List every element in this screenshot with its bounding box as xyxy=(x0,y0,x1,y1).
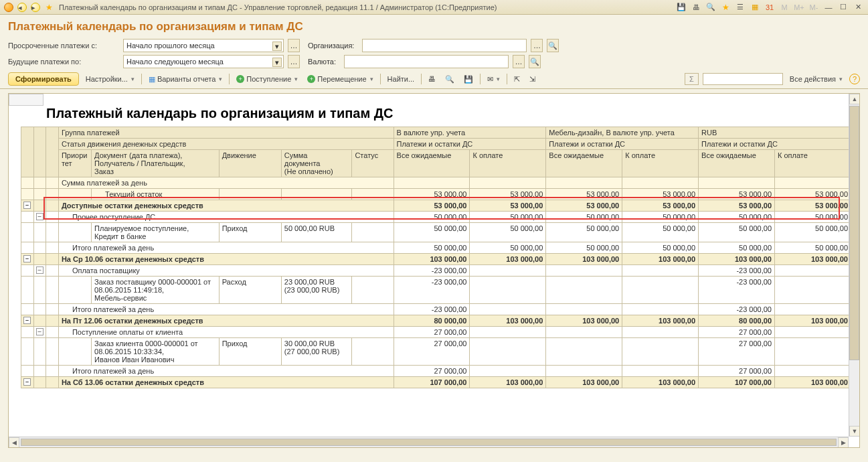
org-label: Организация: xyxy=(308,42,354,50)
window-titlebar: ◂ ▸ ★ Платежный календарь по организация… xyxy=(0,0,868,15)
row-wed: – На Ср 10.06 остатки денежных средств 1… xyxy=(21,254,851,265)
collapse-button[interactable]: ⇱ xyxy=(511,74,523,85)
row-planned-inc: Планируемое поступление, Кредит в банке … xyxy=(21,223,851,242)
calendar-icon[interactable]: 31 xyxy=(764,1,776,13)
hdr-topay3: К оплате xyxy=(775,150,851,177)
tree-toggle[interactable]: – xyxy=(36,213,44,220)
tree-toggle[interactable]: – xyxy=(23,378,31,386)
page-title: Платежный календарь по организациям и ти… xyxy=(0,15,868,37)
hdr-movement: Движение xyxy=(219,150,281,177)
filter-row-future: Будущие платежи по: Начало следующего ме… xyxy=(0,54,868,70)
row-day-total-3: Итого платежей за день 27 000,00 27 000,… xyxy=(21,366,851,377)
tree-toggle[interactable]: – xyxy=(36,266,44,274)
hdr-exp1: Все ожидаемые xyxy=(394,150,470,177)
hdr-prio: Приори тет xyxy=(58,150,91,177)
row-order-supplier: Заказ поставщику 0000-000001 от 08.06.20… xyxy=(21,277,851,304)
help-icon[interactable]: ? xyxy=(849,74,860,84)
preview-icon[interactable]: 🔍 xyxy=(705,1,717,13)
org-more-button[interactable]: … xyxy=(531,39,543,52)
report-area: Платежный календарь по организациям и ти… xyxy=(8,93,860,448)
mail-button[interactable]: ✉ xyxy=(485,74,503,85)
row-pay-supplier: – Оплата поставщику -23 000,00 -23 000,0… xyxy=(21,265,851,277)
logo-icon xyxy=(3,1,15,13)
vertical-scrollbar[interactable]: ▲ ▼ xyxy=(849,94,859,437)
scroll-right-icon[interactable]: ▶ xyxy=(838,437,849,448)
toolbar: Сформировать Настройки... ▦Варианты отче… xyxy=(0,70,868,89)
transfer-button[interactable]: +Перемещение xyxy=(305,74,375,84)
row-order-client: Заказ клиента 0000-000001 от 08.06.2015 … xyxy=(21,338,851,366)
filter-row-overdue: Просроченные платежи с: Начало прошлого … xyxy=(0,37,868,54)
scroll-thumb-v[interactable] xyxy=(849,106,859,360)
hdr-sum: Сумма документа (Не оплачено) xyxy=(281,150,352,177)
scroll-down-icon[interactable]: ▼ xyxy=(849,426,860,437)
hdr-status: Статус xyxy=(352,150,394,177)
form-button[interactable]: Сформировать xyxy=(8,72,79,86)
minimize-icon[interactable]: — xyxy=(822,1,835,13)
star-icon[interactable]: ★ xyxy=(43,1,55,13)
incoming-button[interactable]: +Поступление xyxy=(234,74,300,84)
chevron-down-icon[interactable]: ▾ xyxy=(272,58,282,67)
window-title: Платежный календарь по организациям и ти… xyxy=(59,3,675,11)
org-input[interactable] xyxy=(362,39,527,52)
back-icon[interactable]: ◂ xyxy=(16,1,28,13)
tree-toggle[interactable]: – xyxy=(23,317,31,324)
variants-button[interactable]: ▦Варианты отчета xyxy=(146,74,225,85)
expand-button[interactable]: ⇲ xyxy=(527,74,538,85)
find-button[interactable]: Найти... xyxy=(385,74,418,84)
tree-toggle[interactable]: – xyxy=(23,202,31,209)
sigma-button[interactable]: Σ xyxy=(685,73,699,85)
save-icon[interactable]: 💾 xyxy=(675,1,687,13)
hdr-doc: Документ (дата платежа), Получатель / Пл… xyxy=(92,150,220,177)
hdr-balances1: Платежи и остатки ДС xyxy=(394,139,546,150)
fav-icon[interactable]: ★ xyxy=(719,1,731,13)
overdue-more-button[interactable]: … xyxy=(288,39,300,52)
save-button[interactable]: 💾 xyxy=(461,74,476,85)
history-icon[interactable]: ☰ xyxy=(734,1,746,13)
tree-toggle[interactable]: – xyxy=(23,255,31,262)
scroll-left-icon[interactable]: ◀ xyxy=(9,437,19,448)
future-label: Будущие платежи по: xyxy=(8,58,120,66)
scroll-up-icon[interactable]: ▲ xyxy=(849,94,860,104)
all-actions-button[interactable]: Все действия xyxy=(787,74,845,84)
scroll-thumb-h[interactable] xyxy=(21,439,837,446)
org-search-button[interactable]: 🔍 xyxy=(547,39,559,52)
mminus-icon[interactable]: M- xyxy=(808,1,820,13)
plus-icon: + xyxy=(307,75,315,83)
row-other-inc: – Прочее поступление ДС 50 000,00 50 000… xyxy=(21,212,851,223)
hdr-topay2: К оплате xyxy=(622,150,699,177)
hdr-group: Группа платежей xyxy=(58,127,394,139)
currency-input[interactable] xyxy=(344,55,509,68)
report-grid: Группа платежей В валюте упр. учета Мебе… xyxy=(21,127,851,388)
m-icon[interactable]: M xyxy=(778,1,790,13)
calc-icon[interactable]: ▦ xyxy=(749,1,761,13)
sigma-field[interactable] xyxy=(703,73,783,85)
maximize-icon[interactable]: ☐ xyxy=(837,1,849,13)
print-icon[interactable]: 🖶 xyxy=(690,1,702,13)
hdr-org: Мебель-дизайн, В валюте упр. учета xyxy=(546,127,699,139)
overdue-label: Просроченные платежи с: xyxy=(8,42,120,50)
hdr-balances3: Платежи и остатки ДС xyxy=(699,139,851,150)
print-button[interactable]: 🖶 xyxy=(426,74,438,84)
currency-search-button[interactable]: 🔍 xyxy=(529,55,541,68)
horizontal-scrollbar[interactable]: ◀ ▶ xyxy=(9,437,849,447)
hdr-exp3: Все ожидаемые xyxy=(699,150,775,177)
hdr-rub: RUB xyxy=(699,127,851,139)
preview-button[interactable]: 🔍 xyxy=(442,74,457,85)
settings-button[interactable]: Настройки... xyxy=(83,74,137,84)
row-client-pay: – Поступление оплаты от клиента 27 000,0… xyxy=(21,327,851,338)
row-day-total-1: Итого платежей за день 50 000,00 50 000,… xyxy=(21,242,851,254)
overdue-select[interactable]: Начало прошлого месяца ▾ xyxy=(123,39,284,52)
future-select[interactable]: Начало следующего месяца ▾ xyxy=(123,55,284,68)
mplus-icon[interactable]: M+ xyxy=(793,1,805,13)
future-more-button[interactable]: … xyxy=(288,55,300,68)
chevron-down-icon[interactable]: ▾ xyxy=(272,42,282,51)
row-day-sum: Сумма платежей за день xyxy=(21,177,851,189)
currency-more-button[interactable]: … xyxy=(513,55,525,68)
close-icon[interactable]: ✕ xyxy=(852,1,864,13)
report-title: Платежный календарь по организациям и ти… xyxy=(9,94,859,127)
hdr-balances2: Платежи и остатки ДС xyxy=(546,139,699,150)
hdr-curr: В валюте упр. учета xyxy=(394,127,546,139)
fwd-icon[interactable]: ▸ xyxy=(29,1,41,13)
hdr-exp2: Все ожидаемые xyxy=(546,150,622,177)
tree-toggle[interactable]: – xyxy=(36,328,44,335)
